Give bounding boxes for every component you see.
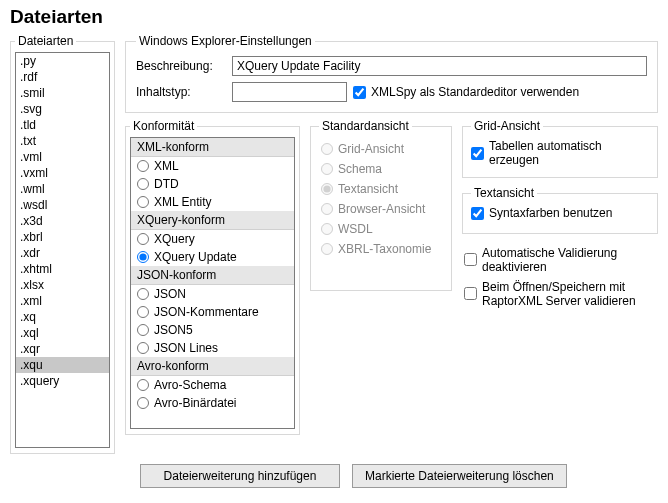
filetype-item[interactable]: .txt (16, 133, 109, 149)
filetype-item[interactable]: .py (16, 53, 109, 69)
explorer-legend: Windows Explorer-Einstellungen (136, 34, 315, 48)
autovalidate-checkbox[interactable]: Automatische Validierung deaktivieren (464, 246, 658, 274)
conformance-option[interactable]: XML Entity (131, 193, 294, 211)
filetype-item[interactable]: .xqu (16, 357, 109, 373)
conformance-option-label: XQuery (154, 232, 195, 246)
description-label: Beschreibung: (136, 59, 226, 73)
filetype-item[interactable]: .xdr (16, 245, 109, 261)
standardview-option-label: XBRL-Taxonomie (338, 242, 431, 256)
conformance-option[interactable]: JSON5 (131, 321, 294, 339)
filetype-item[interactable]: .xquery (16, 373, 109, 389)
autotables-label: Tabellen automatisch erzeugen (489, 139, 649, 167)
description-input[interactable] (232, 56, 647, 76)
delete-extension-button[interactable]: Markierte Dateierweiterung löschen (352, 464, 567, 488)
syntaxcolor-checkbox[interactable]: Syntaxfarben benutzen (471, 206, 612, 220)
filetype-item[interactable]: .x3d (16, 213, 109, 229)
gridview-group: Grid-Ansicht Tabellen automatisch erzeug… (462, 119, 658, 178)
std-editor-checkbox[interactable]: XMLSpy als Standardeditor verwenden (353, 85, 579, 99)
conformance-option-label: JSON (154, 287, 186, 301)
contenttype-input[interactable] (232, 82, 347, 102)
add-extension-button[interactable]: Dateierweiterung hinzufügen (140, 464, 340, 488)
filetype-item[interactable]: .xq (16, 309, 109, 325)
textview-group: Textansicht Syntaxfarben benutzen (462, 186, 658, 234)
standardview-option: XBRL-Taxonomie (319, 239, 443, 259)
syntaxcolor-label: Syntaxfarben benutzen (489, 206, 612, 220)
conformance-option-label: JSON5 (154, 323, 193, 337)
conformance-option-label: XML Entity (154, 195, 212, 209)
conformance-option-label: XML (154, 159, 179, 173)
filetype-item[interactable]: .tld (16, 117, 109, 133)
filetype-item[interactable]: .rdf (16, 69, 109, 85)
conformance-option-label: XQuery Update (154, 250, 237, 264)
standardview-option: WSDL (319, 219, 443, 239)
conformance-option[interactable]: JSON Lines (131, 339, 294, 357)
conformance-option[interactable]: DTD (131, 175, 294, 193)
filetype-item[interactable]: .vml (16, 149, 109, 165)
conformance-option[interactable]: JSON-Kommentare (131, 303, 294, 321)
standardview-option-label: Grid-Ansicht (338, 142, 404, 156)
standardview-option-label: WSDL (338, 222, 373, 236)
std-editor-label: XMLSpy als Standardeditor verwenden (371, 85, 579, 99)
standardview-group: Standardansicht Grid-AnsichtSchemaTextan… (310, 119, 452, 291)
conformance-option-label: JSON-Kommentare (154, 305, 259, 319)
standardview-option: Grid-Ansicht (319, 139, 443, 159)
textview-legend: Textansicht (471, 186, 537, 200)
filetypes-legend: Dateiarten (15, 34, 76, 48)
raptorxml-checkbox[interactable]: Beim Öffnen/Speichern mit RaptorXML Serv… (464, 280, 658, 308)
conformance-option[interactable]: XQuery Update (131, 248, 294, 266)
filetype-item[interactable]: .smil (16, 85, 109, 101)
filetype-item[interactable]: .wsdl (16, 197, 109, 213)
conformance-header: XQuery-konform (131, 211, 294, 230)
filetype-item[interactable]: .xml (16, 293, 109, 309)
filetype-item[interactable]: .xql (16, 325, 109, 341)
page-title: Dateiarten (10, 6, 658, 28)
standardview-option: Textansicht (319, 179, 443, 199)
explorer-settings-group: Windows Explorer-Einstellungen Beschreib… (125, 34, 658, 113)
standardview-option-label: Schema (338, 162, 382, 176)
autotables-checkbox[interactable]: Tabellen automatisch erzeugen (471, 139, 649, 167)
conformance-option[interactable]: JSON (131, 285, 294, 303)
conformance-option[interactable]: XQuery (131, 230, 294, 248)
conformance-option-label: JSON Lines (154, 341, 218, 355)
filetype-item[interactable]: .wml (16, 181, 109, 197)
conformance-header: Avro-konform (131, 357, 294, 376)
standardview-legend: Standardansicht (319, 119, 412, 133)
filetype-item[interactable]: .xqr (16, 341, 109, 357)
conformance-option-label: Avro-Binärdatei (154, 396, 237, 410)
autovalidate-label: Automatische Validierung deaktivieren (482, 246, 658, 274)
gridview-legend: Grid-Ansicht (471, 119, 543, 133)
conformance-option[interactable]: Avro-Binärdatei (131, 394, 294, 412)
standardview-option-label: Browser-Ansicht (338, 202, 425, 216)
conformance-option-label: DTD (154, 177, 179, 191)
conformance-header: XML-konform (131, 138, 294, 157)
filetype-item[interactable]: .vxml (16, 165, 109, 181)
filetype-item[interactable]: .xlsx (16, 277, 109, 293)
filetype-item[interactable]: .svg (16, 101, 109, 117)
raptorxml-label: Beim Öffnen/Speichern mit RaptorXML Serv… (482, 280, 658, 308)
filetype-item[interactable]: .xbrl (16, 229, 109, 245)
filetypes-group: Dateiarten .py.rdf.smil.svg.tld.txt.vml.… (10, 34, 115, 454)
standardview-option: Schema (319, 159, 443, 179)
standardview-option-label: Textansicht (338, 182, 398, 196)
conformance-option-label: Avro-Schema (154, 378, 226, 392)
standardview-option: Browser-Ansicht (319, 199, 443, 219)
conformance-list[interactable]: XML-konformXMLDTDXML EntityXQuery-konfor… (130, 137, 295, 429)
conformance-legend: Konformität (130, 119, 197, 133)
conformance-option[interactable]: XML (131, 157, 294, 175)
conformance-header: JSON-konform (131, 266, 294, 285)
filetype-item[interactable]: .xhtml (16, 261, 109, 277)
filetypes-list[interactable]: .py.rdf.smil.svg.tld.txt.vml.vxml.wml.ws… (15, 52, 110, 448)
conformance-option[interactable]: Avro-Schema (131, 376, 294, 394)
contenttype-label: Inhaltstyp: (136, 85, 226, 99)
conformance-group: Konformität XML-konformXMLDTDXML EntityX… (125, 119, 300, 435)
